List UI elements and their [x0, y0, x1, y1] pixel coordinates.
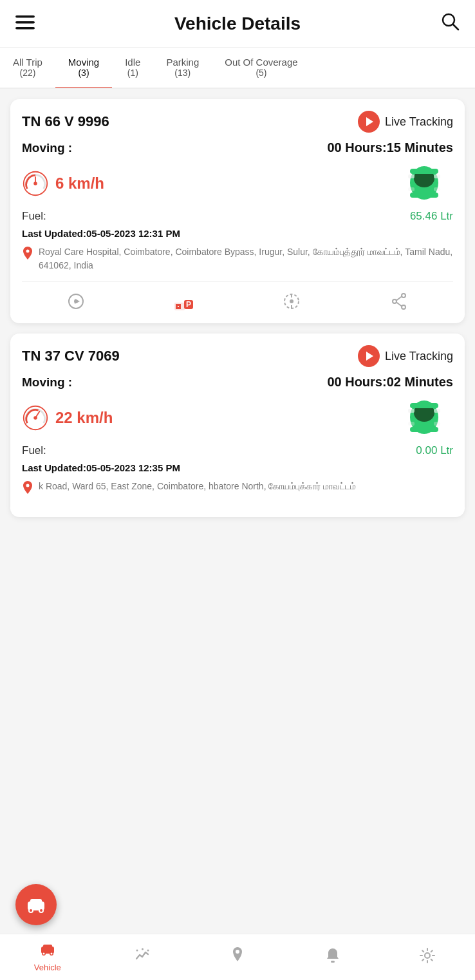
tab-parking[interactable]: Parking (13): [153, 48, 212, 88]
svg-line-34: [396, 297, 402, 301]
share-button-0[interactable]: [385, 287, 413, 316]
nav-alerts[interactable]: [285, 947, 380, 968]
svg-rect-46: [434, 422, 440, 426]
location-pin-icon-1: [22, 481, 33, 500]
location-row-1: k Road, Ward 65, East Zone, Coimbatore, …: [22, 480, 453, 500]
svg-rect-12: [408, 174, 414, 178]
vehicle-plate-1: TN 37 CV 7069: [22, 348, 120, 364]
status-time-0: 00 Hours:15 Minutes: [327, 140, 453, 155]
nav-vehicle-label: Vehicle: [34, 963, 61, 972]
svg-rect-2: [15, 27, 35, 30]
fuel-row-0: Fuel: 65.46 Ltr: [22, 210, 453, 223]
vehicles-list: TN 66 V 9996 Live Tracking Moving : 00 H…: [0, 89, 475, 527]
svg-point-52: [30, 909, 32, 912]
status-label-1: Moving :: [22, 375, 72, 390]
svg-point-47: [26, 484, 30, 487]
search-icon[interactable]: [440, 12, 460, 35]
status-label-0: Moving :: [22, 141, 72, 155]
svg-point-38: [33, 416, 37, 419]
nav-location[interactable]: [190, 947, 285, 968]
location-nav-icon: [230, 947, 245, 968]
gear-nav-icon: [419, 947, 436, 968]
speed-info-0: 6 km/h: [22, 170, 104, 197]
svg-point-16: [26, 250, 30, 253]
tab-idle[interactable]: Idle (1): [112, 48, 153, 88]
location-row-0: Royal Care Hospital, Coimbatore, Coimbat…: [22, 245, 453, 272]
svg-line-35: [396, 303, 402, 306]
geofence-button-0[interactable]: [277, 287, 306, 316]
bottom-navigation: Vehicle: [0, 934, 475, 980]
fuel-value-1: 0.00 Ltr: [416, 444, 453, 457]
tab-moving[interactable]: Moving (3): [55, 48, 112, 89]
svg-rect-15: [434, 187, 440, 191]
car-icon-0: [395, 165, 453, 201]
svg-point-65: [425, 953, 430, 958]
svg-rect-43: [408, 409, 414, 413]
svg-rect-0: [15, 15, 35, 18]
svg-rect-11: [410, 193, 438, 198]
svg-rect-1: [15, 21, 35, 24]
card-header-1: TN 37 CV 7069 Live Tracking: [22, 345, 453, 367]
svg-rect-55: [43, 945, 52, 949]
parking-button-0[interactable]: P: [169, 287, 198, 316]
svg-rect-22: [176, 304, 181, 306]
hamburger-icon[interactable]: [15, 14, 35, 34]
speed-info-1: 22 km/h: [22, 404, 113, 431]
fab-vehicle[interactable]: [15, 884, 57, 925]
last-updated-1: Last Updated:05-05-2023 12:35 PM: [22, 462, 453, 473]
svg-point-7: [33, 182, 37, 185]
svg-rect-49: [30, 899, 42, 905]
tab-out-of-coverage[interactable]: Out Of Coverage (5): [212, 48, 310, 88]
fuel-value-0: 65.46 Ltr: [410, 210, 453, 223]
page-title: Vehicle Details: [174, 14, 301, 34]
nav-settings[interactable]: [380, 947, 475, 968]
svg-point-60: [136, 949, 138, 951]
svg-point-31: [402, 294, 405, 297]
vehicle-card-1: TN 37 CV 7069 Live Tracking Moving : 00 …: [10, 334, 465, 517]
svg-rect-45: [408, 422, 414, 426]
header: Vehicle Details: [0, 0, 475, 48]
svg-point-58: [42, 953, 44, 955]
live-tracking-button-0[interactable]: Live Tracking: [358, 111, 453, 133]
card-header-0: TN 66 V 9996 Live Tracking: [22, 111, 453, 133]
svg-rect-14: [408, 187, 414, 191]
svg-point-32: [402, 305, 405, 309]
analytics-nav-icon: [134, 947, 151, 968]
bell-nav-icon: [325, 947, 340, 968]
car-icon-1: [395, 400, 453, 435]
replay-button-0[interactable]: [62, 287, 90, 316]
tab-all-trip[interactable]: All Trip (22): [0, 48, 55, 88]
speedometer-icon-1: [22, 404, 49, 431]
live-tracking-button-1[interactable]: Live Tracking: [358, 345, 453, 367]
speed-value-1: 22 km/h: [55, 409, 113, 427]
svg-rect-42: [410, 427, 438, 432]
svg-rect-24: [179, 306, 181, 309]
fuel-row-1: Fuel: 0.00 Ltr: [22, 444, 453, 457]
nav-vehicle[interactable]: Vehicle: [0, 942, 95, 972]
vehicle-card-0: TN 66 V 9996 Live Tracking Moving : 00 H…: [10, 99, 465, 323]
status-row-1: Moving : 00 Hours:02 Minutes: [22, 375, 453, 390]
svg-rect-13: [434, 174, 440, 178]
action-row-0: P: [22, 281, 453, 316]
last-updated-0: Last Updated:05-05-2023 12:31 PM: [22, 228, 453, 239]
status-row-0: Moving : 00 Hours:15 Minutes: [22, 140, 453, 155]
svg-rect-10: [410, 169, 438, 174]
play-icon-0: [358, 111, 380, 133]
location-pin-icon-0: [22, 247, 33, 266]
svg-point-19: [74, 299, 78, 303]
nav-analytics[interactable]: [95, 947, 191, 968]
status-time-1: 00 Hours:02 Minutes: [327, 375, 453, 390]
play-icon-1: [358, 345, 380, 367]
speed-car-row-1: 22 km/h: [22, 400, 453, 435]
svg-point-62: [142, 948, 144, 950]
svg-rect-44: [434, 409, 440, 413]
vehicle-plate-0: TN 66 V 9996: [22, 113, 109, 130]
svg-point-63: [236, 950, 239, 954]
svg-rect-64: [331, 961, 335, 963]
svg-point-59: [50, 953, 52, 955]
svg-point-53: [40, 909, 42, 912]
tabs-bar: All Trip (22) Moving (3) Idle (1) Parkin…: [0, 48, 475, 89]
svg-point-61: [147, 949, 149, 951]
vehicle-nav-icon: [39, 942, 56, 960]
speedometer-icon-0: [22, 170, 49, 197]
